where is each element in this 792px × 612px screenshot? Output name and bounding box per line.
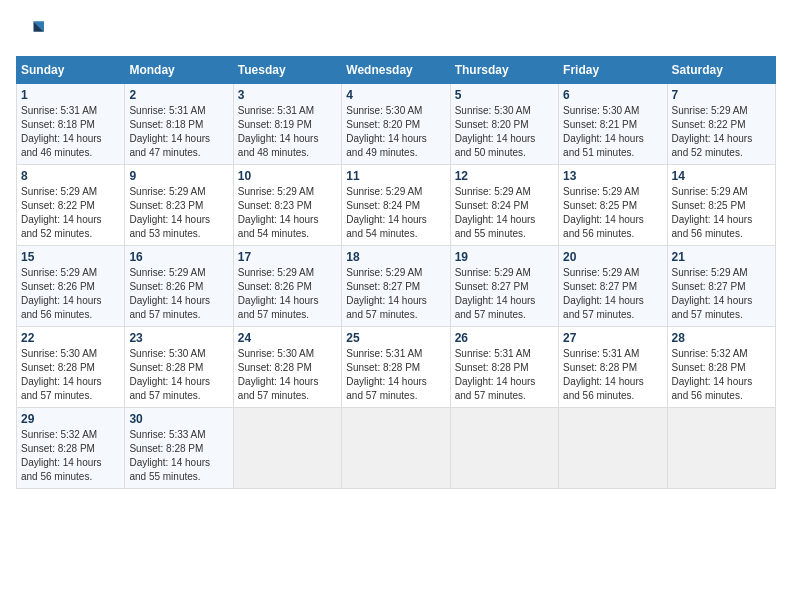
day-info: Sunrise: 5:30 AM Sunset: 8:28 PM Dayligh… [238, 347, 337, 403]
calendar-cell: 20Sunrise: 5:29 AM Sunset: 8:27 PM Dayli… [559, 246, 667, 327]
day-header-sunday: Sunday [17, 57, 125, 84]
calendar-cell: 27Sunrise: 5:31 AM Sunset: 8:28 PM Dayli… [559, 327, 667, 408]
day-number: 22 [21, 331, 120, 345]
calendar-cell: 6Sunrise: 5:30 AM Sunset: 8:21 PM Daylig… [559, 84, 667, 165]
day-info: Sunrise: 5:31 AM Sunset: 8:28 PM Dayligh… [455, 347, 554, 403]
day-info: Sunrise: 5:32 AM Sunset: 8:28 PM Dayligh… [672, 347, 771, 403]
calendar-cell: 8Sunrise: 5:29 AM Sunset: 8:22 PM Daylig… [17, 165, 125, 246]
calendar-cell: 12Sunrise: 5:29 AM Sunset: 8:24 PM Dayli… [450, 165, 558, 246]
calendar-cell: 17Sunrise: 5:29 AM Sunset: 8:26 PM Dayli… [233, 246, 341, 327]
day-number: 5 [455, 88, 554, 102]
day-number: 8 [21, 169, 120, 183]
calendar-week-row: 1Sunrise: 5:31 AM Sunset: 8:18 PM Daylig… [17, 84, 776, 165]
calendar-cell: 29Sunrise: 5:32 AM Sunset: 8:28 PM Dayli… [17, 408, 125, 489]
day-number: 11 [346, 169, 445, 183]
day-header-thursday: Thursday [450, 57, 558, 84]
calendar-cell: 13Sunrise: 5:29 AM Sunset: 8:25 PM Dayli… [559, 165, 667, 246]
calendar-cell: 19Sunrise: 5:29 AM Sunset: 8:27 PM Dayli… [450, 246, 558, 327]
day-info: Sunrise: 5:29 AM Sunset: 8:26 PM Dayligh… [238, 266, 337, 322]
day-number: 25 [346, 331, 445, 345]
day-info: Sunrise: 5:29 AM Sunset: 8:27 PM Dayligh… [672, 266, 771, 322]
page-header [16, 16, 776, 44]
day-header-wednesday: Wednesday [342, 57, 450, 84]
calendar-cell: 5Sunrise: 5:30 AM Sunset: 8:20 PM Daylig… [450, 84, 558, 165]
day-info: Sunrise: 5:29 AM Sunset: 8:22 PM Dayligh… [21, 185, 120, 241]
day-number: 29 [21, 412, 120, 426]
day-number: 3 [238, 88, 337, 102]
day-number: 7 [672, 88, 771, 102]
day-header-monday: Monday [125, 57, 233, 84]
calendar-header-row: SundayMondayTuesdayWednesdayThursdayFrid… [17, 57, 776, 84]
day-number: 17 [238, 250, 337, 264]
day-number: 14 [672, 169, 771, 183]
calendar-cell [450, 408, 558, 489]
calendar-week-row: 8Sunrise: 5:29 AM Sunset: 8:22 PM Daylig… [17, 165, 776, 246]
calendar-week-row: 29Sunrise: 5:32 AM Sunset: 8:28 PM Dayli… [17, 408, 776, 489]
calendar-cell: 21Sunrise: 5:29 AM Sunset: 8:27 PM Dayli… [667, 246, 775, 327]
day-info: Sunrise: 5:29 AM Sunset: 8:26 PM Dayligh… [129, 266, 228, 322]
calendar-cell: 2Sunrise: 5:31 AM Sunset: 8:18 PM Daylig… [125, 84, 233, 165]
calendar-week-row: 22Sunrise: 5:30 AM Sunset: 8:28 PM Dayli… [17, 327, 776, 408]
day-number: 18 [346, 250, 445, 264]
calendar-cell: 28Sunrise: 5:32 AM Sunset: 8:28 PM Dayli… [667, 327, 775, 408]
day-info: Sunrise: 5:31 AM Sunset: 8:28 PM Dayligh… [346, 347, 445, 403]
day-header-saturday: Saturday [667, 57, 775, 84]
calendar-cell: 14Sunrise: 5:29 AM Sunset: 8:25 PM Dayli… [667, 165, 775, 246]
calendar-cell: 11Sunrise: 5:29 AM Sunset: 8:24 PM Dayli… [342, 165, 450, 246]
calendar-cell: 25Sunrise: 5:31 AM Sunset: 8:28 PM Dayli… [342, 327, 450, 408]
day-info: Sunrise: 5:29 AM Sunset: 8:27 PM Dayligh… [455, 266, 554, 322]
calendar-cell: 15Sunrise: 5:29 AM Sunset: 8:26 PM Dayli… [17, 246, 125, 327]
day-header-tuesday: Tuesday [233, 57, 341, 84]
calendar-cell: 4Sunrise: 5:30 AM Sunset: 8:20 PM Daylig… [342, 84, 450, 165]
day-info: Sunrise: 5:30 AM Sunset: 8:28 PM Dayligh… [129, 347, 228, 403]
calendar-table: SundayMondayTuesdayWednesdayThursdayFrid… [16, 56, 776, 489]
calendar-cell: 22Sunrise: 5:30 AM Sunset: 8:28 PM Dayli… [17, 327, 125, 408]
day-info: Sunrise: 5:31 AM Sunset: 8:18 PM Dayligh… [129, 104, 228, 160]
day-info: Sunrise: 5:29 AM Sunset: 8:23 PM Dayligh… [238, 185, 337, 241]
calendar-cell: 23Sunrise: 5:30 AM Sunset: 8:28 PM Dayli… [125, 327, 233, 408]
day-number: 21 [672, 250, 771, 264]
day-number: 4 [346, 88, 445, 102]
day-info: Sunrise: 5:33 AM Sunset: 8:28 PM Dayligh… [129, 428, 228, 484]
day-info: Sunrise: 5:30 AM Sunset: 8:21 PM Dayligh… [563, 104, 662, 160]
day-info: Sunrise: 5:29 AM Sunset: 8:25 PM Dayligh… [672, 185, 771, 241]
day-number: 26 [455, 331, 554, 345]
logo-icon [16, 16, 44, 44]
day-info: Sunrise: 5:29 AM Sunset: 8:22 PM Dayligh… [672, 104, 771, 160]
calendar-cell: 24Sunrise: 5:30 AM Sunset: 8:28 PM Dayli… [233, 327, 341, 408]
calendar-cell: 18Sunrise: 5:29 AM Sunset: 8:27 PM Dayli… [342, 246, 450, 327]
day-number: 19 [455, 250, 554, 264]
day-number: 2 [129, 88, 228, 102]
day-info: Sunrise: 5:29 AM Sunset: 8:24 PM Dayligh… [346, 185, 445, 241]
day-info: Sunrise: 5:29 AM Sunset: 8:25 PM Dayligh… [563, 185, 662, 241]
calendar-cell [559, 408, 667, 489]
day-number: 30 [129, 412, 228, 426]
calendar-cell: 7Sunrise: 5:29 AM Sunset: 8:22 PM Daylig… [667, 84, 775, 165]
calendar-cell: 26Sunrise: 5:31 AM Sunset: 8:28 PM Dayli… [450, 327, 558, 408]
logo [16, 16, 48, 44]
day-header-friday: Friday [559, 57, 667, 84]
day-info: Sunrise: 5:29 AM Sunset: 8:26 PM Dayligh… [21, 266, 120, 322]
day-number: 13 [563, 169, 662, 183]
calendar-week-row: 15Sunrise: 5:29 AM Sunset: 8:26 PM Dayli… [17, 246, 776, 327]
day-number: 10 [238, 169, 337, 183]
day-info: Sunrise: 5:31 AM Sunset: 8:18 PM Dayligh… [21, 104, 120, 160]
day-info: Sunrise: 5:30 AM Sunset: 8:28 PM Dayligh… [21, 347, 120, 403]
day-number: 16 [129, 250, 228, 264]
calendar-cell: 9Sunrise: 5:29 AM Sunset: 8:23 PM Daylig… [125, 165, 233, 246]
calendar-cell: 3Sunrise: 5:31 AM Sunset: 8:19 PM Daylig… [233, 84, 341, 165]
calendar-cell: 10Sunrise: 5:29 AM Sunset: 8:23 PM Dayli… [233, 165, 341, 246]
day-number: 28 [672, 331, 771, 345]
day-info: Sunrise: 5:29 AM Sunset: 8:27 PM Dayligh… [346, 266, 445, 322]
day-number: 15 [21, 250, 120, 264]
day-number: 23 [129, 331, 228, 345]
calendar-cell [233, 408, 341, 489]
calendar-cell [667, 408, 775, 489]
calendar-cell: 30Sunrise: 5:33 AM Sunset: 8:28 PM Dayli… [125, 408, 233, 489]
day-number: 24 [238, 331, 337, 345]
day-info: Sunrise: 5:29 AM Sunset: 8:23 PM Dayligh… [129, 185, 228, 241]
day-number: 6 [563, 88, 662, 102]
day-info: Sunrise: 5:30 AM Sunset: 8:20 PM Dayligh… [455, 104, 554, 160]
day-info: Sunrise: 5:30 AM Sunset: 8:20 PM Dayligh… [346, 104, 445, 160]
day-number: 27 [563, 331, 662, 345]
